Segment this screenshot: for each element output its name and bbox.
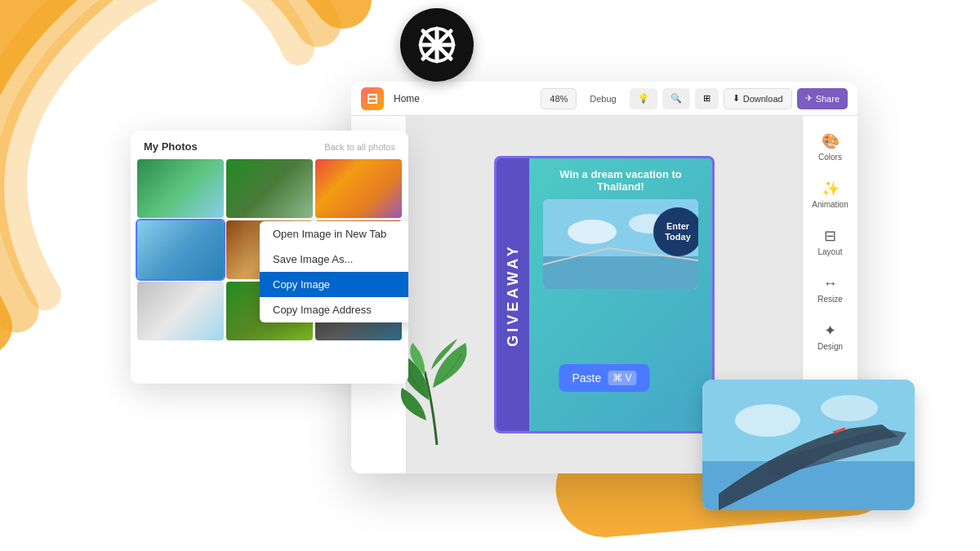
share-icon: ✈ xyxy=(805,93,813,104)
zoom-control[interactable]: 48% xyxy=(541,88,577,109)
context-menu-copy-address[interactable]: Copy Image Address xyxy=(260,297,408,322)
right-panel-colors[interactable]: 🎨 Colors xyxy=(806,124,855,170)
paste-label: Paste xyxy=(572,371,601,384)
grid-button[interactable]: ⊞ xyxy=(695,88,719,109)
svg-point-7 xyxy=(568,220,617,244)
editor-topbar: Home 48% Debug 💡 🔍 ⊞ ⬇ Download ✈ Share xyxy=(351,82,858,116)
photo-thumb-2[interactable] xyxy=(226,159,313,218)
colors-icon: 🎨 xyxy=(822,132,840,150)
topbar-controls: 48% Debug 💡 🔍 ⊞ ⬇ Download ✈ Share xyxy=(541,88,848,109)
airplane-photo xyxy=(702,380,915,510)
app-logo-circle xyxy=(400,8,474,82)
download-icon: ⬇ xyxy=(733,93,740,104)
debug-button[interactable]: Debug xyxy=(581,88,624,109)
right-panel-animation[interactable]: ✨ Animation xyxy=(806,171,855,217)
svg-rect-6 xyxy=(543,256,698,289)
resize-icon: ↔ xyxy=(823,275,838,292)
context-menu-save-as[interactable]: Save Image As... xyxy=(260,247,408,272)
photos-panel-header: My Photos Back to all photos xyxy=(131,131,408,159)
home-nav[interactable]: Home xyxy=(394,93,420,104)
photo-thumb-4[interactable] xyxy=(137,220,224,279)
giveaway-image: EnterToday xyxy=(543,199,698,289)
photo-thumb-1[interactable] xyxy=(137,159,224,218)
photos-panel: My Photos Back to all photos Open Image … xyxy=(131,131,408,384)
layout-icon: ⊟ xyxy=(824,227,836,245)
share-button[interactable]: ✈ Share xyxy=(797,88,848,109)
paste-tooltip: Paste ⌘ V xyxy=(559,364,649,392)
enter-badge-text: EnterToday xyxy=(665,221,691,242)
app-logo xyxy=(361,87,384,110)
airplane-svg xyxy=(702,380,915,510)
giveaway-text: GIVEAWAY xyxy=(505,243,522,346)
animation-icon: ✨ xyxy=(822,180,840,198)
right-panel-design[interactable]: ✦ Design xyxy=(806,313,855,359)
photos-panel-link[interactable]: Back to all photos xyxy=(324,142,395,152)
design-icon: ✦ xyxy=(824,322,836,340)
paste-shortcut: ⌘ V xyxy=(608,371,636,385)
enter-badge: EnterToday xyxy=(653,207,698,256)
giveaway-title: Win a dream vacation to Thailand! xyxy=(539,168,702,193)
svg-point-12 xyxy=(821,395,878,421)
context-menu: Open Image in New Tab Save Image As... C… xyxy=(260,221,408,322)
giveaway-sidebar: GIVEAWAY xyxy=(497,158,529,431)
download-button[interactable]: ⬇ Download xyxy=(724,88,792,109)
right-panel-layout[interactable]: ⊟ Layout xyxy=(806,219,855,264)
giveaway-card: GIVEAWAY Win a dream vacation to Thailan… xyxy=(494,156,715,433)
photo-thumb-3[interactable] xyxy=(315,159,402,218)
photos-panel-title: My Photos xyxy=(144,140,198,153)
right-panel-resize[interactable]: ↔ Resize xyxy=(806,266,855,312)
context-menu-open-new-tab[interactable]: Open Image in New Tab xyxy=(260,221,408,247)
svg-point-11 xyxy=(735,404,800,437)
svg-rect-4 xyxy=(376,94,377,104)
search-button[interactable]: 🔍 xyxy=(662,88,690,109)
svg-rect-3 xyxy=(368,94,369,104)
ideas-button[interactable]: 💡 xyxy=(630,88,657,109)
photo-thumb-7[interactable] xyxy=(137,282,224,340)
logo-svg xyxy=(416,24,457,65)
context-menu-copy-image[interactable]: Copy Image xyxy=(260,272,408,297)
